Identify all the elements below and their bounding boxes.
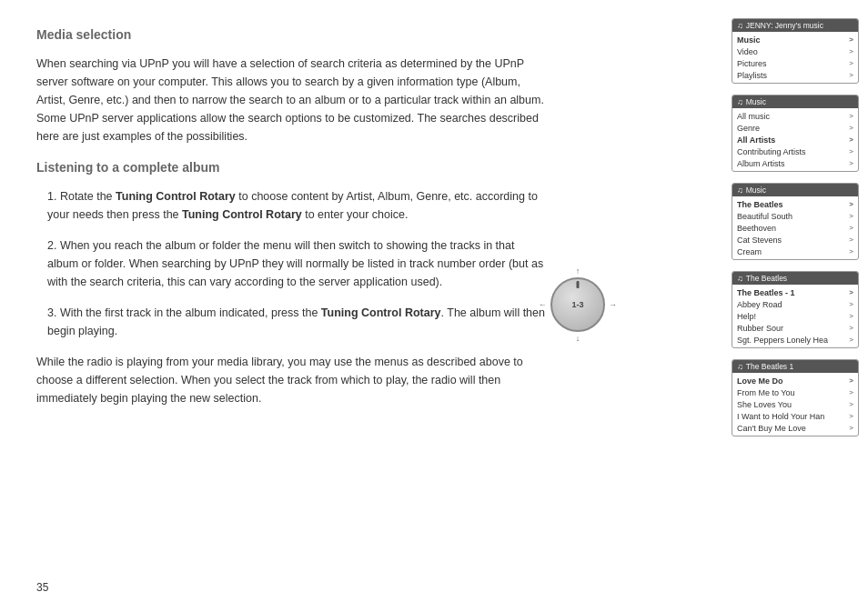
- rotary-arrows-top: ↑: [576, 266, 580, 276]
- step-2: 2. When you reach the album or folder th…: [36, 236, 546, 291]
- screen3-row-2-label: Beautiful South: [737, 212, 792, 221]
- screen4-row-4-label: Rubber Sour: [737, 324, 783, 333]
- screen1-row-4-arrow: >: [849, 71, 853, 79]
- screen2-row-3-label: All Artists: [737, 135, 775, 145]
- screen5-row-2-label: From Me to You: [737, 388, 795, 397]
- screen4-row-3-label: Help!: [737, 312, 756, 321]
- screen2-header: ♫ Music: [732, 95, 858, 108]
- screen1-body: Music > Video > Pictures > Playlists >: [732, 32, 858, 83]
- step1-bold1: Tuning Control Rotary: [116, 190, 236, 203]
- step-3: 3. With the first track in the album ind…: [36, 304, 546, 340]
- playing-note: While the radio is playing from your med…: [36, 353, 546, 407]
- screen1-row-3-arrow: >: [849, 59, 853, 67]
- screen4-row-5-label: Sgt. Peppers Lonely Hea: [737, 336, 828, 345]
- screen2-row-4: Contributing Artists >: [732, 145, 858, 157]
- screen2-row-5-label: Album Artists: [737, 159, 785, 168]
- music-note-icon-4: ♫: [737, 274, 743, 283]
- screen3-row-5-label: Cream: [737, 247, 762, 256]
- screen4-row-3: Help! >: [732, 310, 858, 322]
- rotary-label: 1-3: [571, 300, 583, 309]
- screen5-header-text: The Beatles 1: [746, 362, 793, 371]
- rotary-circle: 1-3: [550, 277, 605, 332]
- screen5-body: Love Me Do > From Me to You > She Loves …: [732, 373, 858, 436]
- screen1-row-2-label: Video: [737, 47, 758, 56]
- screen5-row-1-label: Love Me Do: [737, 376, 783, 386]
- screen1-row-2: Video >: [732, 45, 858, 57]
- screen4-row-2: Abbey Road >: [732, 298, 858, 310]
- screen4-header: ♫ The Beatles: [732, 272, 858, 285]
- screen1-header: ♫ JENNY: Jenny's music: [732, 19, 858, 32]
- screen4-header-text: The Beatles: [746, 274, 787, 283]
- screen1-row-1-arrow: >: [849, 35, 853, 44]
- screen4-row-4-arrow: >: [849, 324, 853, 332]
- screen5-row-4-label: I Want to Hold Your Han: [737, 412, 824, 421]
- step-1-text: 1. Rotate the Tuning Control Rotary to c…: [36, 187, 546, 224]
- screen3-row-4-arrow: >: [849, 236, 853, 244]
- screen5-row-3-arrow: >: [849, 400, 853, 408]
- screen5-row-4: I Want to Hold Your Han >: [732, 410, 858, 422]
- screen5-row-2: From Me to You >: [732, 386, 858, 398]
- screen3-row-1-label: The Beatles: [737, 200, 783, 209]
- main-content: Media selection When searching via UPnP …: [0, 0, 582, 449]
- screen4-body: The Beatles - 1 > Abbey Road > Help! > R…: [732, 285, 858, 347]
- screen3-row-3-arrow: >: [849, 224, 853, 232]
- screen2-row-1: All music >: [732, 110, 858, 122]
- music-note-icon-3: ♫: [737, 186, 743, 195]
- screen3-row-3: Beethoven >: [732, 222, 858, 234]
- screen3-row-2-arrow: >: [849, 212, 853, 220]
- screen2-header-text: Music: [746, 97, 766, 106]
- screen1-row-1: Music >: [732, 34, 858, 45]
- screen2-body: All music > Genre > All Artists > Contri…: [732, 108, 858, 171]
- screen5-row-1: Love Me Do >: [732, 375, 858, 386]
- screen4-row-5-arrow: >: [849, 336, 853, 344]
- screen2-row-4-arrow: >: [849, 147, 853, 156]
- screen1-row-4: Playlists >: [732, 69, 858, 81]
- screen5-row-5: Can't Buy Me Love >: [732, 422, 858, 434]
- rotary-tick: [577, 281, 580, 288]
- device-screen-1: ♫ JENNY: Jenny's music Music > Video > P…: [732, 18, 859, 84]
- step-1: 1. Rotate the Tuning Control Rotary to c…: [36, 187, 546, 224]
- screen4-row-4: Rubber Sour >: [732, 322, 858, 334]
- right-panel: ♫ JENNY: Jenny's music Music > Video > P…: [732, 18, 859, 436]
- screen4-row-3-arrow: >: [849, 312, 853, 320]
- screen5-row-3: She Loves You >: [732, 398, 858, 410]
- device-screen-2: ♫ Music All music > Genre > All Artists …: [732, 95, 859, 172]
- screen3-row-4-label: Cat Stevens: [737, 236, 782, 245]
- screen1-row-2-arrow: >: [849, 47, 853, 55]
- music-note-icon-5: ♫: [737, 362, 743, 371]
- screen3-row-3-label: Beethoven: [737, 224, 776, 233]
- screen5-header: ♫ The Beatles 1: [732, 360, 858, 373]
- screen1-row-4-label: Playlists: [737, 71, 767, 80]
- screen2-row-3-arrow: >: [849, 135, 853, 144]
- device-screen-5: ♫ The Beatles 1 Love Me Do > From Me to …: [732, 359, 859, 436]
- rotary-arrow-left: ←: [539, 300, 547, 309]
- screen3-body: The Beatles > Beautiful South > Beethove…: [732, 196, 858, 259]
- screen2-row-5: Album Artists >: [732, 157, 858, 169]
- screen2-row-1-label: All music: [737, 112, 770, 121]
- music-note-icon-2: ♫: [737, 97, 743, 106]
- device-screen-4: ♫ The Beatles The Beatles - 1 > Abbey Ro…: [732, 271, 859, 348]
- screen5-row-3-label: She Loves You: [737, 400, 792, 409]
- screen5-row-4-arrow: >: [849, 412, 853, 420]
- screen4-row-1-label: The Beatles - 1: [737, 288, 795, 297]
- screen4-row-1: The Beatles - 1 >: [732, 286, 858, 298]
- media-selection-title: Media selection: [36, 27, 546, 42]
- screen2-row-2-label: Genre: [737, 124, 760, 133]
- screen4-row-2-label: Abbey Road: [737, 300, 782, 309]
- screen3-header-text: Music: [746, 186, 766, 195]
- screen3-row-5: Cream >: [732, 246, 858, 257]
- screen3-row-4: Cat Stevens >: [732, 234, 858, 246]
- screen2-row-2-arrow: >: [849, 124, 853, 132]
- screen1-row-3: Pictures >: [732, 57, 858, 69]
- step1-bold2: Tuning Control Rotary: [182, 208, 302, 221]
- screen4-row-1-arrow: >: [849, 288, 853, 296]
- screen5-row-5-label: Can't Buy Me Love: [737, 424, 806, 433]
- rotary-arrows-bottom: ↓: [576, 334, 580, 343]
- screen1-header-text: JENNY: Jenny's music: [746, 21, 823, 30]
- screen3-row-1: The Beatles >: [732, 198, 858, 210]
- screen3-row-2: Beautiful South >: [732, 210, 858, 222]
- screen2-row-2: Genre >: [732, 122, 858, 134]
- page-number: 35: [36, 581, 48, 594]
- listening-album-title: Listening to a complete album: [36, 160, 546, 175]
- step3-bold: Tuning Control Rotary: [321, 306, 441, 319]
